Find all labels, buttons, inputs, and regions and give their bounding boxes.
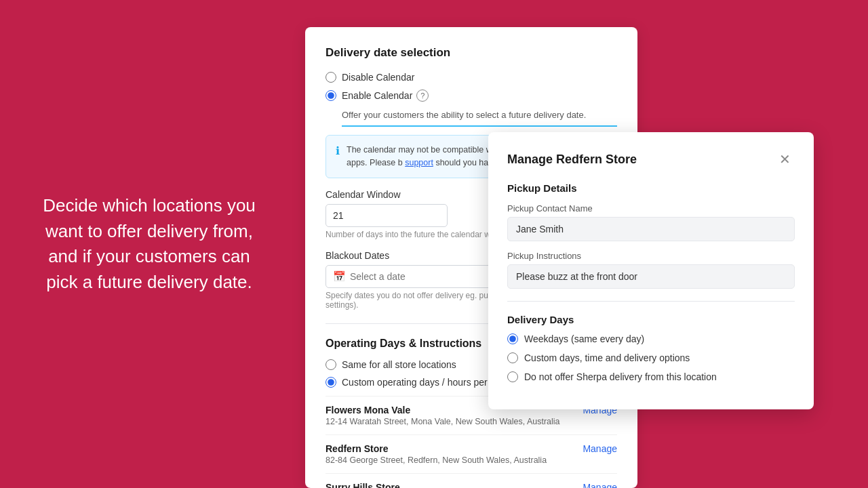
enable-calendar-description: Offer your customers the ability to sele…	[342, 110, 617, 127]
enable-calendar-radio[interactable]	[326, 90, 336, 101]
modal-header: Manage Redfern Store ✕	[507, 151, 795, 167]
store-info: Redfern Store 82-84 George Street, Redfe…	[326, 443, 547, 465]
no-sherpa-option[interactable]: Do not offer Sherpa delivery from this l…	[507, 371, 795, 382]
store-manage-link[interactable]: Manage	[583, 482, 617, 489]
same-for-all-radio[interactable]	[326, 359, 336, 370]
store-row: Redfern Store 82-84 George Street, Redfe…	[326, 434, 617, 473]
delivery-days-title: Delivery Days	[507, 314, 795, 325]
pickup-details-title: Pickup Details	[507, 182, 795, 194]
custom-operating-label: Custom operating days / hours per store	[342, 377, 511, 388]
store-row: Surry Hills Store 28 Foveaux Street, Sur…	[326, 473, 617, 489]
enable-calendar-label: Enable Calendar ?	[342, 89, 429, 102]
no-sherpa-radio[interactable]	[507, 371, 518, 382]
delivery-date-radio-group: Disable Calendar Enable Calendar ?	[326, 72, 617, 102]
enable-calendar-option[interactable]: Enable Calendar ?	[326, 89, 617, 102]
store-manage-link[interactable]: Manage	[583, 443, 617, 454]
sidebar-description: Decide which locations you want to offer…	[41, 193, 258, 296]
modal-divider	[507, 301, 795, 302]
disable-calendar-radio[interactable]	[326, 72, 336, 83]
help-icon[interactable]: ?	[416, 89, 429, 102]
disable-calendar-option[interactable]: Disable Calendar	[326, 72, 617, 83]
weekdays-label: Weekdays (same every day)	[524, 333, 644, 344]
custom-days-label: Custom days, time and delivery options	[524, 352, 690, 363]
store-address: 82-84 George Street, Redfern, New South …	[326, 455, 547, 465]
weekdays-option[interactable]: Weekdays (same every day)	[507, 333, 795, 344]
contact-name-label: Pickup Contact Name	[507, 203, 795, 214]
store-name: Redfern Store	[326, 443, 547, 454]
info-icon: ℹ	[336, 144, 340, 169]
calendar-icon: 📅	[333, 270, 346, 283]
same-for-all-label: Same for all store locations	[342, 359, 456, 370]
pickup-instructions-value: Please buzz at the front door	[507, 264, 795, 289]
modal-title: Manage Redfern Store	[507, 152, 637, 167]
delivery-date-title: Delivery date selection	[326, 46, 617, 60]
custom-days-radio[interactable]	[507, 352, 518, 363]
disable-calendar-label: Disable Calendar	[342, 72, 414, 83]
store-info: Surry Hills Store 28 Foveaux Street, Sur…	[326, 482, 547, 489]
pickup-instructions-label: Pickup Instructions	[507, 251, 795, 261]
modal-close-button[interactable]: ✕	[775, 151, 795, 167]
manage-store-modal: Manage Redfern Store ✕ Pickup Details Pi…	[488, 132, 814, 409]
support-link[interactable]: support	[405, 158, 433, 167]
custom-days-option[interactable]: Custom days, time and delivery options	[507, 352, 795, 363]
store-address: 12-14 Waratah Street, Mona Vale, New Sou…	[326, 417, 560, 426]
delivery-days-radio-group: Weekdays (same every day) Custom days, t…	[507, 333, 795, 382]
weekdays-radio[interactable]	[507, 333, 518, 344]
no-sherpa-label: Do not offer Sherpa delivery from this l…	[524, 371, 717, 382]
contact-name-value: Jane Smith	[507, 217, 795, 241]
store-name: Surry Hills Store	[326, 482, 547, 489]
calendar-window-input[interactable]	[326, 204, 448, 227]
custom-operating-radio[interactable]	[326, 377, 336, 388]
